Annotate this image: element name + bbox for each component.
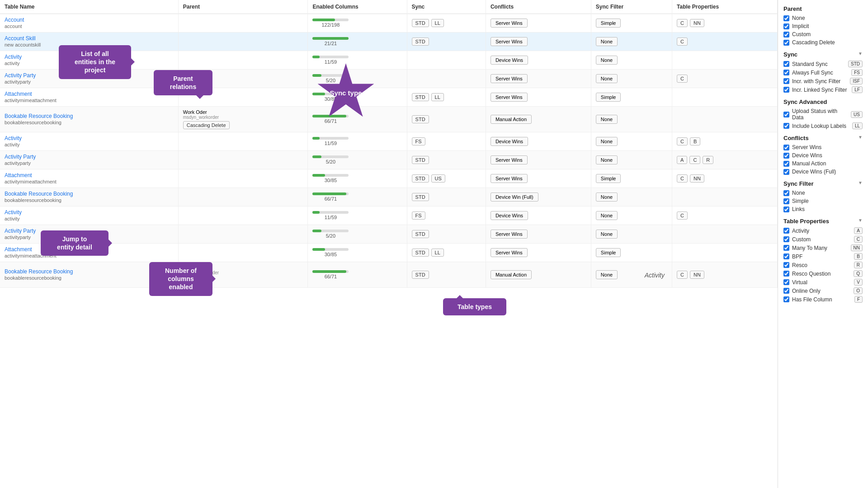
conflict-button[interactable]: Server Wins — [491, 37, 528, 46]
conflict-button[interactable]: Device Win (Full) — [491, 192, 538, 202]
prop-tag[interactable]: C — [677, 174, 688, 183]
section-arrow[interactable]: ▼ — [858, 218, 863, 223]
entity-name-link[interactable]: Attachment — [5, 91, 174, 97]
conflict-button[interactable]: Server Wins — [491, 74, 528, 83]
sync-tag[interactable]: STD — [412, 115, 429, 123]
prop-tag[interactable]: B — [690, 137, 700, 145]
prop-tag[interactable]: C — [677, 38, 688, 46]
entity-name-link[interactable]: Attachment — [5, 172, 174, 178]
sidebar-checkbox[interactable] — [783, 87, 789, 93]
entity-name-link[interactable]: Activity — [5, 209, 174, 216]
section-arrow[interactable]: ▼ — [858, 180, 863, 185]
conflict-button[interactable]: Server Wins — [491, 248, 528, 257]
sidebar-checkbox[interactable] — [783, 145, 789, 150]
entity-name-link[interactable]: Bookable Resource Booking — [5, 268, 174, 275]
entity-name-link[interactable]: Account Skill — [5, 35, 174, 42]
entity-name-link[interactable]: Attachment — [5, 246, 174, 253]
sidebar-checkbox[interactable] — [783, 153, 789, 159]
parent-type-button[interactable]: Cascading Delete — [183, 121, 230, 129]
conflict-button[interactable]: Device Wins — [491, 137, 528, 146]
sync-filter-button[interactable]: None — [596, 155, 618, 164]
sync-filter-button[interactable]: Simple — [596, 248, 621, 257]
sidebar-checkbox[interactable] — [783, 15, 789, 21]
sync-tag[interactable]: STD — [412, 271, 429, 279]
sync-tag[interactable]: STD — [412, 174, 429, 183]
sidebar-checkbox[interactable] — [783, 279, 789, 285]
sidebar-checkbox[interactable] — [783, 206, 789, 212]
sync-tag[interactable]: LL — [431, 19, 444, 27]
conflict-button[interactable]: Device Wins — [491, 211, 528, 220]
sync-filter-button[interactable]: None — [596, 137, 618, 146]
section-arrow[interactable]: ▼ — [858, 135, 863, 140]
prop-tag[interactable]: C — [677, 75, 688, 83]
sync-filter-button[interactable]: None — [596, 115, 618, 124]
entity-name-link[interactable]: Account — [5, 17, 174, 23]
entity-name-link[interactable]: Bookable Resource Booking — [5, 191, 174, 197]
sidebar-checkbox[interactable] — [783, 32, 789, 38]
sidebar-checkbox[interactable] — [783, 190, 789, 196]
entity-name-link[interactable]: Activity Party — [5, 154, 174, 160]
sync-tag[interactable]: LL — [431, 93, 444, 101]
sidebar-checkbox[interactable] — [783, 296, 789, 302]
sidebar-checkbox[interactable] — [783, 161, 789, 167]
prop-tag[interactable]: C — [677, 19, 688, 27]
sidebar-checkbox[interactable] — [783, 123, 789, 129]
prop-tag[interactable]: NN — [690, 174, 704, 183]
sync-tag[interactable]: FS — [412, 211, 425, 220]
prop-tag[interactable]: C — [677, 211, 688, 220]
prop-tag[interactable]: R — [703, 156, 713, 164]
sidebar-checkbox[interactable] — [783, 236, 789, 242]
conflict-button[interactable]: Manual Action — [491, 270, 532, 279]
sidebar-checkbox[interactable] — [783, 70, 789, 75]
conflict-button[interactable]: Server Wins — [491, 174, 528, 183]
sidebar-checkbox[interactable] — [783, 112, 789, 117]
entity-name-link[interactable]: Activity Party — [5, 72, 174, 79]
sync-filter-button[interactable]: None — [596, 192, 618, 202]
section-arrow[interactable]: ▼ — [858, 51, 863, 56]
conflict-button[interactable]: Manual Action — [491, 115, 532, 124]
sidebar-checkbox[interactable] — [783, 228, 789, 234]
prop-tag[interactable]: A — [677, 156, 687, 164]
sync-filter-button[interactable]: None — [596, 270, 618, 279]
conflict-button[interactable]: Server Wins — [491, 19, 528, 28]
sync-tag[interactable]: STD — [412, 93, 429, 101]
sync-tag[interactable]: STD — [412, 249, 429, 257]
prop-tag[interactable]: NN — [690, 19, 704, 27]
sync-filter-button[interactable]: Simple — [596, 19, 621, 28]
entity-name-link[interactable]: Activity Party — [5, 228, 174, 234]
sidebar-checkbox[interactable] — [783, 198, 789, 204]
prop-tag[interactable]: NN — [690, 271, 704, 279]
sidebar-checkbox[interactable] — [783, 78, 789, 84]
conflict-button[interactable]: Server Wins — [491, 155, 528, 164]
conflict-button[interactable]: Server Wins — [491, 230, 528, 239]
prop-tag[interactable]: C — [677, 137, 688, 145]
conflict-button[interactable]: Device Wins — [491, 56, 528, 65]
entity-name-link[interactable]: Bookable Resource Booking — [5, 113, 174, 119]
sidebar-checkbox[interactable] — [783, 253, 789, 259]
sync-tag[interactable]: LL — [431, 249, 444, 257]
sync-tag[interactable]: US — [431, 174, 445, 183]
entity-name-link[interactable]: Activity — [5, 135, 174, 141]
sidebar-checkbox[interactable] — [783, 288, 789, 294]
sync-filter-button[interactable]: None — [596, 74, 618, 83]
sidebar-checkbox[interactable] — [783, 169, 789, 175]
sidebar-checkbox[interactable] — [783, 262, 789, 268]
prop-tag[interactable]: C — [689, 156, 700, 164]
sync-filter-button[interactable]: None — [596, 37, 618, 46]
sync-tag[interactable]: STD — [412, 38, 429, 46]
conflict-button[interactable]: Server Wins — [491, 93, 528, 102]
sync-tag[interactable]: STD — [412, 156, 429, 164]
sync-filter-button[interactable]: None — [596, 56, 618, 65]
sync-tag[interactable]: FS — [412, 137, 425, 145]
sync-tag[interactable]: STD — [412, 193, 429, 201]
sync-filter-button[interactable]: None — [596, 230, 618, 239]
sync-tag[interactable]: STD — [412, 230, 429, 238]
sync-tag[interactable]: STD — [412, 19, 429, 27]
sidebar-checkbox[interactable] — [783, 40, 789, 46]
sidebar-checkbox[interactable] — [783, 245, 789, 251]
parent-type-button[interactable]: Implicit — [183, 277, 206, 285]
sync-filter-button[interactable]: Simple — [596, 93, 621, 102]
sync-filter-button[interactable]: None — [596, 211, 618, 220]
sidebar-checkbox[interactable] — [783, 271, 789, 277]
sync-filter-button[interactable]: Simple — [596, 174, 621, 183]
